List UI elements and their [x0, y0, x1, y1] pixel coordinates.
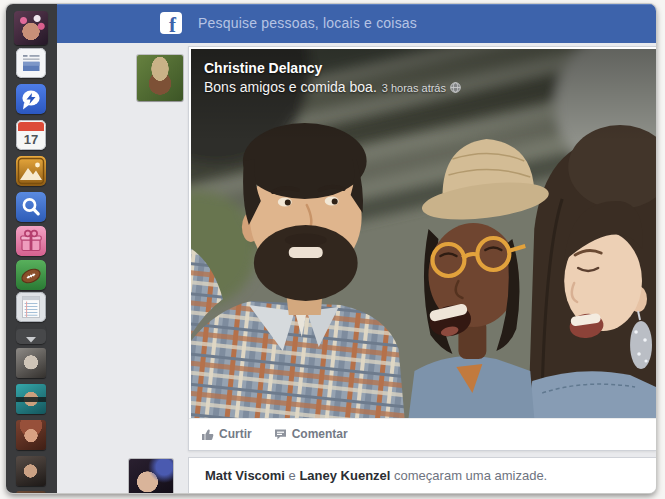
post-timestamp[interactable]: 3 horas atrás	[382, 82, 446, 94]
comment-label: Comentar	[292, 427, 348, 441]
story-suffix: começaram uma amizade.	[390, 468, 547, 483]
friendship-story: Matt Viscomi e Laney Kuenzel começaram u…	[188, 457, 656, 493]
post-author-name[interactable]: Christine Delancy	[204, 60, 656, 76]
comment-button[interactable]: Comentar	[274, 427, 348, 441]
comment-bubble-icon	[274, 428, 287, 441]
facebook-logo-icon[interactable]: f	[160, 12, 182, 34]
photo-post: Christine Delancy Bons amigos e comida b…	[188, 46, 656, 451]
search-input[interactable]: Pesquise pessoas, locais e coisas	[198, 15, 417, 31]
search-icon[interactable]	[16, 192, 46, 222]
friend-avatar-2[interactable]	[16, 384, 46, 414]
friend-name-1[interactable]: Matt Viscomi	[205, 468, 285, 483]
photos-icon[interactable]	[16, 156, 46, 186]
friend-avatar-1[interactable]	[16, 348, 46, 378]
post-action-bar: Curtir Comentar	[189, 418, 656, 449]
friend-avatar-5[interactable]	[16, 491, 46, 493]
photo-three-friends	[191, 49, 656, 418]
post-author-avatar[interactable]	[137, 55, 183, 101]
notes-icon[interactable]	[16, 292, 46, 322]
post-photo[interactable]: Christine Delancy Bons amigos e comida b…	[191, 49, 656, 418]
facebook-logo-letter: f	[160, 12, 182, 34]
post-header-overlay: Christine Delancy Bons amigos e comida b…	[191, 49, 656, 95]
calendar-day: 17	[24, 132, 38, 147]
privacy-globe-icon	[450, 82, 461, 93]
friend-avatar-3[interactable]	[16, 420, 46, 450]
like-button[interactable]: Curtir	[201, 427, 252, 441]
sports-icon[interactable]	[16, 260, 46, 290]
news-feed-icon[interactable]	[16, 48, 46, 78]
expand-apps-icon[interactable]	[16, 324, 46, 344]
events-icon[interactable]: 17	[16, 120, 46, 150]
friend-name-2[interactable]: Laney Kuenzel	[299, 468, 390, 483]
gifts-icon[interactable]	[16, 226, 46, 256]
story-connector: e	[285, 468, 299, 483]
messenger-icon[interactable]	[16, 84, 46, 114]
facebook-window: 17 f Pesquise pessoas, locais e coisas	[6, 4, 656, 493]
top-bar: f Pesquise pessoas, locais e coisas	[57, 4, 656, 44]
sidebar: 17	[6, 4, 57, 493]
friendship-story-avatar[interactable]	[129, 459, 173, 493]
news-feed: Christine Delancy Bons amigos e comida b…	[57, 43, 656, 493]
post-message: Bons amigos e comida boa.	[204, 79, 377, 95]
friend-avatar-4[interactable]	[16, 456, 46, 486]
profile-avatar[interactable]	[14, 11, 48, 45]
thumbs-up-icon	[201, 428, 214, 441]
like-label: Curtir	[219, 427, 252, 441]
